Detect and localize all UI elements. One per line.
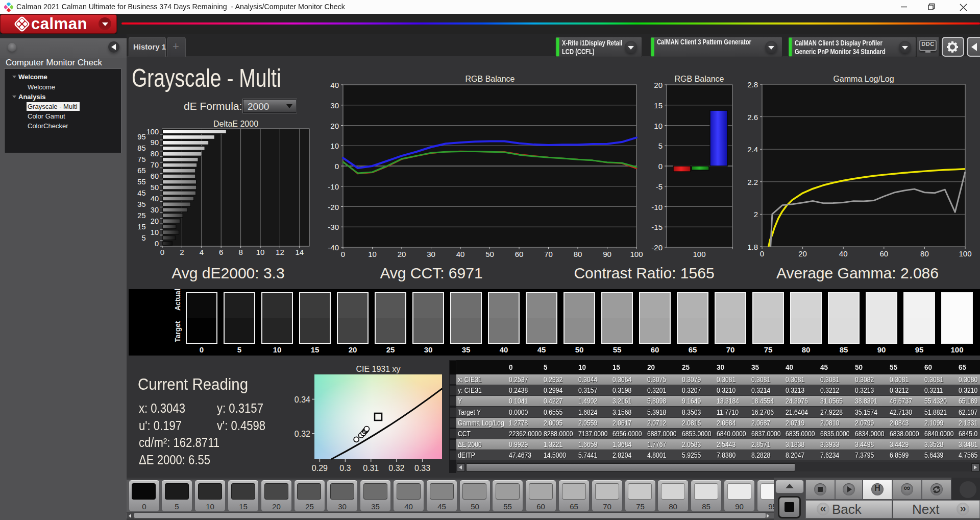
svg-text:-20: -20 — [328, 203, 339, 211]
svg-text:80: 80 — [151, 150, 159, 158]
svg-text:100: 100 — [146, 128, 159, 136]
svg-text:40: 40 — [456, 250, 465, 258]
svg-text:50: 50 — [151, 183, 159, 192]
svg-text:0: 0 — [341, 250, 345, 258]
svg-text:2: 2 — [180, 248, 184, 256]
svg-text:0.32: 0.32 — [388, 464, 404, 472]
svg-text:0.34: 0.34 — [295, 395, 310, 404]
svg-text:40: 40 — [839, 249, 848, 258]
svg-text:8: 8 — [238, 248, 242, 256]
svg-text:40: 40 — [330, 81, 339, 89]
svg-text:0: 0 — [155, 240, 159, 248]
svg-text:10: 10 — [256, 248, 265, 256]
svg-text:15: 15 — [137, 223, 145, 231]
svg-text:90: 90 — [151, 138, 159, 147]
svg-text:30: 30 — [151, 206, 159, 214]
svg-text:65: 65 — [137, 167, 145, 175]
svg-text:60: 60 — [151, 172, 159, 180]
svg-text:Gamma Log/Log: Gamma Log/Log — [833, 75, 894, 83]
svg-text:6: 6 — [219, 248, 223, 256]
svg-text:30: 30 — [427, 250, 435, 258]
svg-text:100: 100 — [630, 250, 643, 258]
svg-text:60: 60 — [879, 249, 888, 258]
svg-text:14: 14 — [295, 248, 304, 256]
svg-text:20: 20 — [398, 250, 406, 258]
svg-text:0.32: 0.32 — [295, 430, 310, 438]
svg-text:0: 0 — [335, 162, 339, 171]
svg-text:100: 100 — [959, 249, 971, 258]
svg-text:RGB Balance: RGB Balance — [465, 75, 515, 83]
svg-text:80: 80 — [574, 250, 582, 258]
svg-text:0.3: 0.3 — [339, 464, 351, 472]
svg-text:5: 5 — [658, 141, 663, 150]
svg-text:0.31: 0.31 — [363, 464, 379, 472]
svg-text:CIE 1931 xy: CIE 1931 xy — [356, 365, 400, 373]
svg-text:70: 70 — [544, 250, 553, 258]
svg-text:60: 60 — [515, 250, 524, 258]
svg-text:45: 45 — [137, 189, 145, 197]
svg-text:70: 70 — [151, 161, 159, 169]
svg-text:25: 25 — [137, 211, 145, 220]
svg-text:20: 20 — [151, 217, 159, 225]
svg-text:2.4: 2.4 — [747, 145, 758, 154]
svg-text:20: 20 — [798, 249, 807, 258]
svg-text:0.33: 0.33 — [414, 464, 430, 472]
svg-text:0: 0 — [760, 249, 764, 258]
svg-text:85: 85 — [137, 144, 145, 152]
svg-text:DeltaE 2000: DeltaE 2000 — [213, 120, 258, 128]
svg-text:35: 35 — [137, 200, 145, 208]
svg-text:15: 15 — [654, 101, 663, 110]
svg-text:30: 30 — [330, 101, 339, 110]
svg-text:0: 0 — [658, 162, 663, 171]
svg-text:2.6: 2.6 — [747, 113, 758, 122]
svg-text:-10: -10 — [651, 203, 663, 211]
svg-text:0: 0 — [160, 248, 164, 256]
svg-text:75: 75 — [137, 155, 145, 163]
svg-text:55: 55 — [137, 178, 145, 186]
svg-text:-40: -40 — [328, 243, 339, 252]
svg-text:50: 50 — [485, 250, 494, 258]
svg-text:80: 80 — [920, 249, 929, 258]
svg-text:2.2: 2.2 — [747, 178, 758, 186]
svg-text:-5: -5 — [656, 182, 663, 191]
svg-text:40: 40 — [151, 195, 159, 203]
svg-text:10: 10 — [151, 228, 159, 237]
svg-text:2.8: 2.8 — [747, 80, 758, 89]
svg-text:90: 90 — [603, 250, 611, 258]
svg-text:-15: -15 — [651, 223, 663, 231]
svg-text:10: 10 — [654, 122, 663, 130]
svg-text:-10: -10 — [328, 182, 339, 191]
svg-text:20: 20 — [330, 122, 339, 130]
svg-text:10: 10 — [330, 141, 339, 150]
svg-text:12: 12 — [276, 248, 284, 256]
svg-text:5: 5 — [141, 234, 145, 242]
svg-text:10: 10 — [368, 250, 377, 258]
svg-text:100: 100 — [693, 250, 705, 258]
svg-text:4: 4 — [200, 248, 204, 256]
svg-text:RGB Balance: RGB Balance — [675, 75, 724, 83]
svg-text:95: 95 — [137, 133, 145, 141]
svg-text:-20: -20 — [651, 243, 663, 252]
svg-text:20: 20 — [654, 81, 663, 89]
svg-text:0.29: 0.29 — [312, 464, 328, 472]
svg-text:-30: -30 — [328, 223, 339, 231]
svg-text:2: 2 — [754, 210, 758, 219]
svg-text:1.8: 1.8 — [747, 243, 758, 251]
